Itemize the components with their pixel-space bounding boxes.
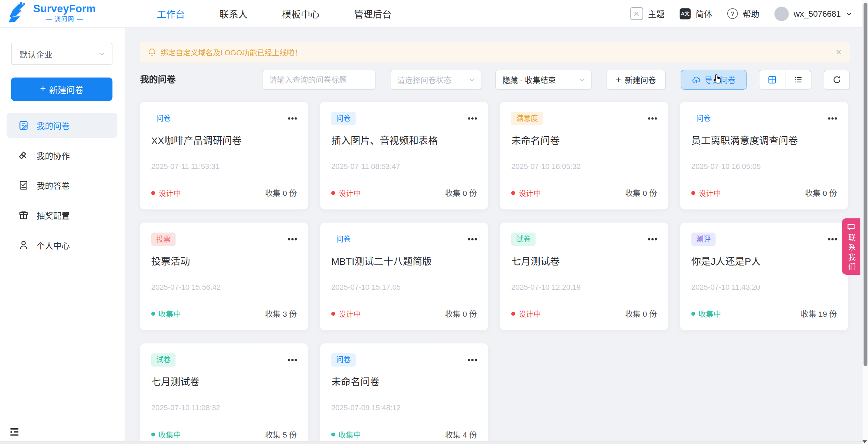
theme-label[interactable]: 主题: [648, 8, 665, 19]
card-count: 收集 19 份: [801, 308, 837, 319]
card-more-button[interactable]: [647, 115, 658, 122]
nav-item-admin[interactable]: 管理后台: [354, 6, 392, 20]
new-survey-button[interactable]: + 新建问卷: [606, 70, 666, 89]
dot: [472, 359, 474, 361]
dot: [655, 117, 657, 119]
sidebar-item-my-collaboration[interactable]: 我的协作: [6, 143, 117, 168]
theme-swatch-icon[interactable]: [630, 7, 643, 20]
dot: [468, 359, 470, 361]
sidebar-item-lottery-config[interactable]: 抽奖配置: [6, 203, 117, 228]
contact-us-button[interactable]: 联系我们: [842, 218, 860, 275]
card-status: 设计中: [339, 308, 361, 319]
chat-bubble-icon: [847, 223, 855, 231]
card-status-group: 收集中: [691, 308, 721, 319]
card-count: 收集 0 份: [265, 187, 297, 198]
help-icon[interactable]: ?: [727, 8, 738, 19]
banner-close-icon[interactable]: ✕: [836, 48, 842, 57]
card-count: 收集 0 份: [805, 187, 837, 198]
card-title[interactable]: 投票活动: [151, 254, 297, 268]
card-title[interactable]: 七月测试卷: [511, 254, 657, 268]
list-view-button[interactable]: [785, 70, 811, 89]
card-date: 2025-07-11 08:53:47: [331, 162, 400, 170]
card-title[interactable]: XX咖啡产品调研问卷: [151, 133, 297, 147]
card-count: 收集 3 份: [265, 308, 297, 319]
card-status: 收集中: [339, 429, 361, 440]
status-filter-select[interactable]: 请选择问卷状态: [390, 70, 481, 89]
card-title[interactable]: 未命名问卷: [331, 374, 477, 388]
sidebar-item-my-answers[interactable]: 我的答卷: [6, 173, 117, 198]
dot: [835, 238, 837, 240]
user-menu-chevron-icon[interactable]: [846, 10, 852, 17]
vertical-scrollbar[interactable]: [862, 0, 868, 444]
survey-card[interactable]: 满意度 未命名问卷 2025-07-10 16:05:32 设计中 收集 0 份: [500, 102, 668, 210]
dot: [468, 238, 470, 240]
card-title[interactable]: 七月测试卷: [151, 374, 297, 388]
dot: [835, 117, 837, 119]
card-title[interactable]: 插入图片、音视频和表格: [331, 133, 477, 147]
card-more-button[interactable]: [467, 236, 478, 242]
logo-mark-icon: [8, 2, 29, 24]
import-survey-button[interactable]: 导入问卷: [681, 70, 746, 89]
survey-card[interactable]: 投票 投票活动 2025-07-10 15:56:42 收集中 收集 3 份: [140, 223, 308, 330]
nav-item-template-center[interactable]: 模板中心: [282, 6, 319, 20]
scrollbar-thumb[interactable]: [863, 3, 867, 366]
dot: [291, 359, 294, 361]
card-title[interactable]: 员工离职满意度调查问卷: [691, 133, 837, 147]
survey-card[interactable]: 问卷 XX咖啡产品调研问卷 2025-07-11 11:53:31 设计中 收集…: [140, 102, 308, 210]
sidebar-item-label: 个人中心: [37, 239, 70, 251]
hidden-filter-select[interactable]: 隐藏 - 收集结束: [495, 70, 592, 89]
user-avatar[interactable]: [774, 6, 789, 21]
card-footer: 设计中 收集 0 份: [511, 187, 657, 198]
dot: [831, 238, 834, 240]
brand-name: SurveyForm: [33, 3, 96, 14]
card-more-button[interactable]: [287, 236, 298, 242]
sidebar-item-personal-center[interactable]: 个人中心: [6, 233, 117, 258]
help-label[interactable]: 帮助: [743, 8, 759, 19]
language-icon[interactable]: A文: [680, 8, 691, 19]
survey-card[interactable]: 问卷 插入图片、音视频和表格 2025-07-11 08:53:47 设计中 收…: [320, 102, 488, 210]
username[interactable]: wx_5076681: [794, 9, 841, 18]
nav-item-workbench[interactable]: 工作台: [157, 6, 185, 20]
survey-card[interactable]: 问卷 未命名问卷 2025-07-09 15:48:12 收集中 收集 4 份: [320, 343, 488, 444]
survey-card[interactable]: 试卷 七月测试卷 2025-07-10 11:08:32 收集中 收集 5 份: [140, 343, 308, 444]
card-footer: 设计中 收集 0 份: [151, 187, 297, 198]
dot: [828, 238, 830, 240]
card-status: 设计中: [158, 187, 181, 198]
card-title[interactable]: 你是J人还是P人: [691, 254, 837, 268]
nav-item-contacts[interactable]: 联系人: [219, 6, 248, 20]
sidebar-item-my-surveys[interactable]: 我的问卷: [6, 113, 117, 138]
survey-card[interactable]: 问卷 员工离职满意度调查问卷 2025-07-10 16:05:05 设计中 收…: [680, 102, 848, 210]
card-title[interactable]: 未命名问卷: [511, 133, 657, 147]
sidebar-collapse-button[interactable]: [9, 427, 20, 438]
answer-sheet-icon: [18, 180, 29, 190]
survey-card[interactable]: 测评 你是J人还是P人 2025-07-10 11:43:20 收集中 收集 1…: [680, 223, 848, 330]
card-more-button[interactable]: [827, 115, 838, 122]
card-more-button[interactable]: [287, 115, 298, 122]
card-more-button[interactable]: [827, 236, 838, 242]
horizontal-scrollbar-track: [0, 441, 868, 444]
card-title[interactable]: MBTI测试二十八题简版: [331, 254, 477, 268]
company-select[interactable]: 默认企业: [11, 43, 112, 65]
language-label[interactable]: 简体: [696, 8, 712, 19]
brand-logo[interactable]: SurveyForm — 调问网 —: [8, 2, 96, 24]
card-status: 收集中: [158, 429, 181, 440]
search-input[interactable]: [262, 70, 376, 89]
card-more-button[interactable]: [647, 236, 658, 242]
grid-view-button[interactable]: [759, 70, 785, 89]
card-type-badge: 测评: [691, 233, 715, 246]
refresh-button[interactable]: [824, 70, 850, 89]
survey-card[interactable]: 试卷 七月测试卷 2025-07-10 12:20:19 设计中 收集 0 份: [500, 223, 668, 330]
brand-subtitle: — 调问网 —: [33, 16, 96, 22]
chevron-down-icon: [579, 76, 585, 83]
card-more-button[interactable]: [287, 357, 298, 363]
status-dot: [691, 191, 695, 195]
survey-card[interactable]: 问卷 MBTI测试二十八题简版 2025-07-10 15:17:05 设计中 …: [320, 223, 488, 330]
card-more-button[interactable]: [467, 115, 478, 122]
card-more-button[interactable]: [467, 357, 478, 363]
scrollbar-down-arrow-icon[interactable]: [863, 440, 867, 443]
plus-icon: +: [40, 83, 46, 95]
card-status-group: 收集中: [151, 429, 181, 440]
card-footer: 设计中 收集 0 份: [691, 187, 837, 198]
dot: [291, 238, 294, 240]
sidebar-new-survey-button[interactable]: + 新建问卷: [11, 77, 112, 101]
